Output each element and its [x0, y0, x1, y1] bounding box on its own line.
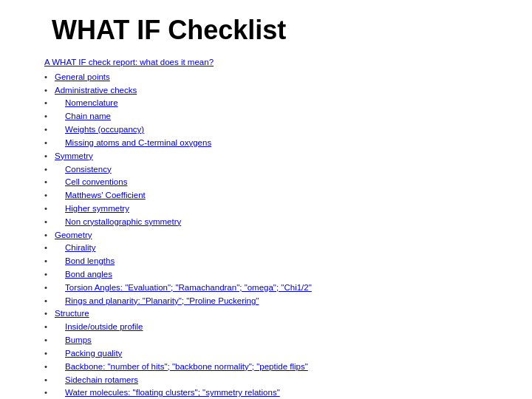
sub-list-item: Chain name	[44, 110, 488, 123]
sub-list-item-link[interactable]: Cell conventions	[65, 177, 127, 186]
sub-list-item-link[interactable]: Torsion Angles: "Evaluation"; "Ramachand…	[65, 283, 312, 292]
list-item-link[interactable]: General points	[55, 72, 110, 81]
list-item-link[interactable]: Symmetry	[55, 151, 93, 160]
sub-list: Inside/outside profileBumpsPacking quali…	[44, 321, 488, 399]
sub-list-item-link[interactable]: Bumps	[65, 335, 92, 344]
sub-list-item-link[interactable]: Consistency	[65, 165, 112, 174]
list-item: Structure	[44, 307, 488, 321]
sub-list-item: Weights (occupancy)	[44, 123, 488, 137]
sub-list-item: Water molecules: "floating clusters"; "s…	[44, 386, 488, 399]
sub-list-item-link[interactable]: Bond angles	[65, 270, 112, 279]
page-title: WHAT IF Checklist	[52, 15, 488, 46]
sub-list-item: Matthews' Coefficient	[44, 189, 488, 202]
sub-list-item-link[interactable]: Water molecules: "floating clusters"; "s…	[65, 388, 280, 397]
sub-list-item: Non crystallographic symmetry	[44, 216, 488, 229]
sub-list-item-link[interactable]: Matthews' Coefficient	[65, 191, 146, 200]
sub-list-item-link[interactable]: Non crystallographic symmetry	[65, 217, 181, 226]
sub-list-item-link[interactable]: Nomenclature	[65, 98, 118, 107]
sub-list-item: Chirality	[44, 242, 488, 255]
sub-list: ChiralityBond lengthsBond anglesTorsion …	[44, 242, 488, 307]
sub-list-item: Sidechain rotamers	[44, 374, 488, 387]
sub-list-item: Bond lengths	[44, 255, 488, 268]
list-item: Symmetry	[44, 150, 488, 163]
sub-list-item: Backbone: "number of hits"; "backbone no…	[44, 361, 488, 374]
list-item: Administrative checks	[44, 84, 488, 98]
sub-list-item-link[interactable]: Weights (occupancy)	[65, 125, 144, 134]
main-list: General pointsAdministrative checksNomen…	[44, 71, 488, 399]
sub-list-item: Packing quality	[44, 347, 488, 361]
sub-list-item: Missing atoms and C-terminal oxygens	[44, 137, 488, 150]
sub-list-item: Higher symmetry	[44, 202, 488, 216]
sub-list-item: Nomenclature	[44, 97, 488, 110]
page: WHAT IF Checklist A WHAT IF check report…	[0, 0, 532, 399]
sub-list-item: Rings and planarity: "Planarity"; "Proli…	[44, 295, 488, 308]
sub-list-item-link[interactable]: Inside/outside profile	[65, 322, 143, 331]
sub-list-item-link[interactable]: Rings and planarity: "Planarity"; "Proli…	[65, 296, 259, 305]
sub-list-item-link[interactable]: Backbone: "number of hits"; "backbone no…	[65, 362, 308, 371]
sub-list-item: Bumps	[44, 334, 488, 347]
list-item-link[interactable]: Structure	[55, 309, 89, 318]
sub-list: NomenclatureChain nameWeights (occupancy…	[44, 97, 488, 149]
list-item: General points	[44, 71, 488, 84]
sub-list-item-link[interactable]: Chirality	[65, 243, 96, 252]
sub-list-item: Cell conventions	[44, 176, 488, 189]
sub-list: ConsistencyCell conventionsMatthews' Coe…	[44, 163, 488, 229]
sub-list-item: Consistency	[44, 163, 488, 177]
list-item: Geometry	[44, 229, 488, 242]
sub-list-item-link[interactable]: Missing atoms and C-terminal oxygens	[65, 138, 211, 147]
content-area: A WHAT IF check report: what does it mea…	[44, 56, 488, 399]
top-link-item: A WHAT IF check report: what does it mea…	[44, 56, 488, 69]
top-link[interactable]: A WHAT IF check report: what does it mea…	[44, 58, 214, 66]
list-item-link[interactable]: Administrative checks	[55, 86, 137, 95]
sub-list-item-link[interactable]: Chain name	[65, 112, 111, 120]
sub-list-item-link[interactable]: Packing quality	[65, 349, 122, 358]
sub-list-item-link[interactable]: Bond lengths	[65, 256, 115, 265]
sub-list-item-link[interactable]: Sidechain rotamers	[65, 375, 138, 384]
sub-list-item: Torsion Angles: "Evaluation"; "Ramachand…	[44, 282, 488, 295]
list-item-link[interactable]: Geometry	[55, 231, 92, 239]
sub-list-item: Inside/outside profile	[44, 321, 488, 334]
sub-list-item-link[interactable]: Higher symmetry	[65, 204, 129, 213]
sub-list-item: Bond angles	[44, 268, 488, 282]
